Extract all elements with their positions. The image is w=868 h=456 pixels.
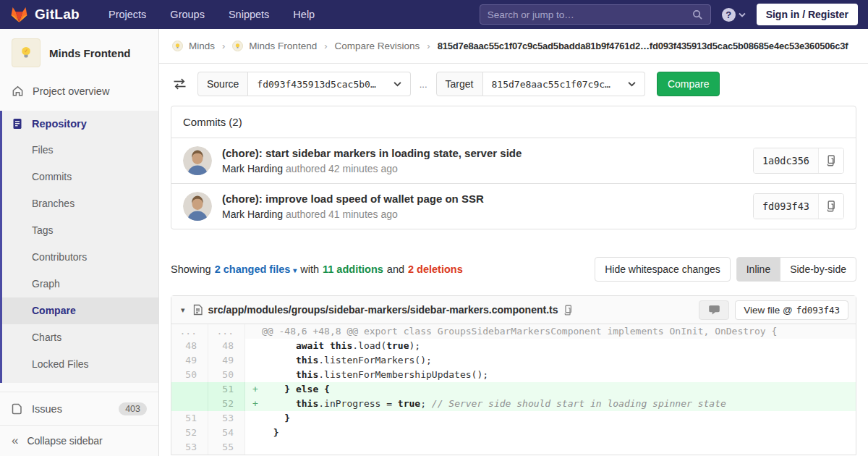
new-line-number[interactable]: 51 [208, 382, 245, 397]
comment-icon [709, 305, 720, 315]
diff-line: ...... @@ -48,6 +48,8 @@ export class Gr… [171, 324, 856, 339]
new-line-number[interactable]: 49 [208, 353, 245, 368]
sidebar-item-issues[interactable]: Issues 403 [0, 392, 158, 426]
commit-title-link[interactable]: (chore): start sidebar markers in loadin… [222, 147, 743, 159]
project-header[interactable]: Minds Frontend [0, 29, 158, 75]
new-line-number[interactable]: 52 [208, 397, 245, 411]
nav-link-snippets[interactable]: Snippets [229, 9, 269, 20]
old-line-number[interactable]: 53 [171, 440, 208, 455]
diff-line-content: } [245, 426, 856, 440]
diff-line: 5153 } [171, 411, 856, 426]
avatar[interactable] [183, 146, 212, 175]
old-line-number[interactable]: 50 [171, 368, 208, 382]
side-by-side-view-button[interactable]: Side-by-side [780, 257, 856, 282]
new-line-number[interactable]: 53 [208, 411, 245, 426]
diff-table: ...... @@ -48,6 +48,8 @@ export class Gr… [171, 324, 856, 455]
sidebar-item-files[interactable]: Files [2, 137, 158, 164]
breadcrumb-item-compare-revisions[interactable]: Compare Revisions [335, 41, 420, 51]
hide-whitespace-button[interactable]: Hide whitespace changes [595, 257, 731, 282]
file-icon [193, 304, 203, 316]
collapse-sidebar-button[interactable]: « Collapse sidebar [0, 425, 158, 456]
old-line-number[interactable]: 51 [171, 411, 208, 426]
compare-form: Source fd093f435913d5cac5b0… ... Target … [159, 64, 868, 104]
sign-in-register-button[interactable]: Sign in / Register [757, 4, 858, 25]
nav-link-groups[interactable]: Groups [170, 9, 205, 20]
sidebar-item-project-overview[interactable]: Project overview [0, 75, 158, 106]
diff-line: 4949 this.listenForMarkers(); [171, 353, 856, 368]
view-file-sha: fd093f43 [796, 305, 840, 316]
sidebar-item-graph[interactable]: Graph [2, 271, 158, 297]
inline-view-button[interactable]: Inline [736, 257, 780, 282]
view-file-label: View file @ [744, 305, 792, 316]
breadcrumb-item-minds[interactable]: Minds [189, 41, 215, 51]
sidebar-section-repository: Repository Files Commits Branches Tags C… [0, 111, 158, 383]
copy-sha-button[interactable] [818, 148, 843, 173]
breadcrumb-separator: › [221, 41, 226, 51]
chevron-down-icon [739, 12, 746, 17]
old-line-number[interactable]: 49 [171, 353, 208, 368]
diff-line-content [245, 440, 856, 455]
sidebar-item-tags[interactable]: Tags [2, 217, 158, 244]
new-line-number[interactable]: 54 [208, 426, 245, 440]
repository-icon [12, 118, 23, 130]
commit-sha-link[interactable]: fd093f43 [754, 194, 818, 219]
view-file-button[interactable]: View file @ fd093f43 [735, 300, 848, 320]
old-line-number[interactable]: 48 [171, 339, 208, 353]
new-line-number[interactable]: 50 [208, 368, 245, 382]
new-line-number[interactable]: ... [208, 324, 245, 339]
sidebar-item-repository[interactable]: Repository [2, 111, 158, 137]
compare-button[interactable]: Compare [657, 72, 720, 96]
breadcrumb-item-minds-frontend[interactable]: Minds Frontend [249, 41, 317, 51]
diff-line: 4848 await this.load(true); [171, 339, 856, 353]
nav-link-projects[interactable]: Projects [109, 9, 146, 20]
navbar-right: Search or jump to… ? Sign in / Register [480, 4, 858, 25]
diff-file-header: ▾ src/app/modules/groups/sidebar-markers… [171, 296, 856, 324]
sidebar-item-contributors[interactable]: Contributors [2, 244, 158, 271]
left-sidebar: Minds Frontend Project overview Reposito… [0, 29, 159, 456]
commit-title-link[interactable]: (chore): improve load speed of wallet pa… [222, 193, 743, 205]
sidebar-item-branches[interactable]: Branches [2, 190, 158, 217]
commit-author-link[interactable]: Mark Harding [222, 163, 283, 174]
commit-row: (chore): improve load speed of wallet pa… [171, 184, 856, 229]
diff-file-actions: View file @ fd093f43 [699, 300, 848, 320]
help-menu[interactable]: ? [722, 8, 746, 22]
chevron-down-icon [393, 81, 401, 87]
target-revision-value: 815d7e8aac55c1f07c9c… [492, 79, 610, 90]
commit-author-link[interactable]: Mark Harding [222, 208, 283, 220]
commit-meta: Mark Harding authored 42 minutes ago [222, 163, 743, 174]
commit-sha-link[interactable]: 1a0dc356 [754, 148, 818, 173]
swap-revisions-button[interactable] [171, 76, 189, 92]
breadcrumb-separator: › [425, 41, 431, 51]
sidebar-item-charts[interactable]: Charts [2, 324, 158, 351]
sidebar-item-label: Repository [32, 118, 87, 130]
copy-sha-button[interactable] [818, 194, 843, 219]
changed-files-dropdown[interactable]: 2 changed files ▾ [215, 263, 297, 275]
gitlab-logo[interactable]: GitLab [10, 6, 80, 23]
target-revision-dropdown[interactable]: 815d7e8aac55c1f07c9c… [483, 72, 645, 96]
sidebar-item-commits[interactable]: Commits [2, 164, 158, 190]
top-navbar: GitLab Projects Groups Snippets Help Sea… [0, 0, 868, 29]
old-line-number[interactable]: ... [171, 324, 208, 339]
sidebar-item-compare[interactable]: Compare [2, 297, 158, 324]
source-revision-dropdown[interactable]: fd093f435913d5cac5b0… [248, 72, 410, 96]
diff-stats-text: Showing 2 changed files ▾ with 11 additi… [171, 263, 463, 275]
old-line-number[interactable] [171, 382, 208, 397]
old-line-number[interactable] [171, 397, 208, 411]
nav-link-help[interactable]: Help [293, 9, 315, 20]
old-line-number[interactable]: 52 [171, 426, 208, 440]
search-input[interactable]: Search or jump to… [480, 4, 711, 25]
diff-file-path[interactable]: src/app/modules/groups/sidebar-markers/s… [208, 304, 558, 316]
collapse-file-caret-icon[interactable]: ▾ [179, 305, 187, 315]
project-avatar-small [232, 41, 243, 51]
new-line-number[interactable]: 48 [208, 339, 245, 353]
deletions-count: 2 deletions [408, 263, 463, 275]
new-line-number[interactable]: 55 [208, 440, 245, 455]
avatar[interactable] [183, 192, 212, 221]
diff-line-content: this.listenForMarkers(); [245, 353, 856, 368]
source-revision-value: fd093f435913d5cac5b0… [257, 79, 375, 90]
diff-line-content: await this.load(true); [245, 339, 856, 353]
sidebar-item-locked-files[interactable]: Locked Files [2, 351, 158, 378]
toggle-comments-button[interactable] [699, 300, 729, 320]
diff-line-content: this.listenForMembershipUpdates(); [245, 368, 856, 382]
copy-path-button[interactable] [563, 305, 573, 316]
